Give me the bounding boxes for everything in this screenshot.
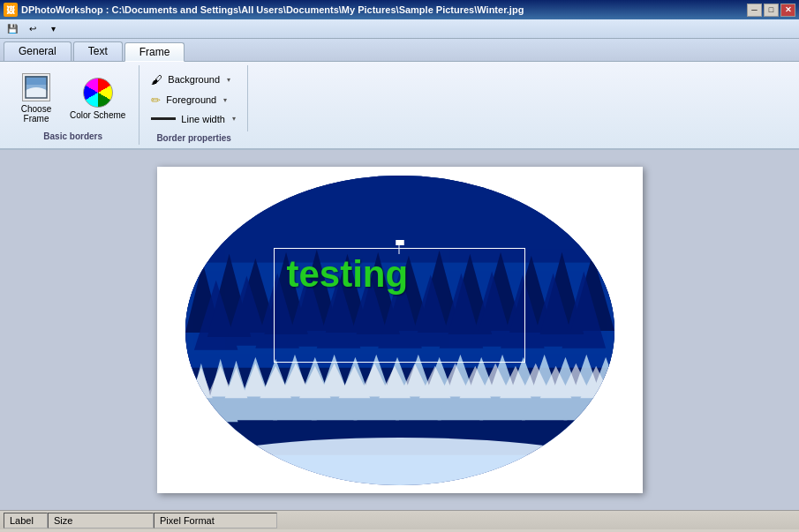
- tab-text[interactable]: Text: [73, 41, 123, 61]
- choose-frame-button[interactable]: ChooseFrame: [14, 69, 58, 128]
- close-button[interactable]: ✕: [780, 4, 795, 17]
- title-bar: 🖼 DPhotoWorkshop : C:\Documents and Sett…: [0, 0, 799, 19]
- background-dropdown-arrow: ▾: [227, 76, 230, 84]
- status-size: Size: [48, 513, 154, 528]
- dropdown-button[interactable]: ▾: [44, 21, 62, 37]
- border-properties-group: 🖌 Background ▾ ✏ Foreground ▾ Line width…: [139, 65, 248, 131]
- ribbon-group-basic-borders: ChooseFrame Color Scheme Basic borders: [7, 65, 139, 145]
- tab-bar: General Text Frame: [0, 39, 799, 62]
- line-width-icon: [151, 117, 176, 120]
- minimize-button[interactable]: ─: [747, 4, 762, 17]
- tab-general[interactable]: General: [4, 41, 72, 61]
- line-width-label: Line width: [181, 114, 225, 124]
- quick-access-toolbar: 💾 ↩ ▾: [0, 19, 799, 39]
- save-button[interactable]: 💾: [4, 21, 21, 37]
- ribbon: ChooseFrame Color Scheme Basic borders 🖌…: [0, 62, 799, 150]
- background-button[interactable]: 🖌 Background ▾: [145, 71, 242, 89]
- foreground-icon: ✏: [151, 94, 161, 107]
- oval-frame: testing: [184, 174, 616, 487]
- undo-button[interactable]: ↩: [24, 21, 41, 37]
- foreground-button[interactable]: ✏ Foreground ▾: [145, 91, 242, 109]
- status-format: Pixel Format: [154, 513, 277, 528]
- color-scheme-button[interactable]: Color Scheme: [64, 73, 132, 124]
- main-canvas-area: testing: [0, 150, 799, 510]
- title-text: DPhotoWorkshop : C:\Documents and Settin…: [21, 4, 524, 15]
- choose-frame-icon: [22, 73, 50, 101]
- text-selection-box[interactable]: [274, 248, 525, 363]
- choose-frame-label: ChooseFrame: [21, 104, 51, 124]
- basic-borders-label: Basic borders: [43, 128, 102, 141]
- color-scheme-icon: [83, 78, 113, 108]
- app-icon: 🖼: [4, 3, 18, 17]
- svg-rect-55: [185, 455, 614, 485]
- winter-background: testing: [185, 176, 614, 485]
- border-properties-label: Border properties: [139, 131, 248, 145]
- tab-frame[interactable]: Frame: [124, 42, 185, 62]
- status-label: Label: [4, 513, 48, 528]
- line-width-dropdown-arrow: ▾: [232, 115, 236, 123]
- maximize-button[interactable]: □: [764, 4, 779, 17]
- color-scheme-label: Color Scheme: [70, 110, 125, 120]
- foreground-dropdown-arrow: ▾: [223, 96, 227, 104]
- background-icon: 🖌: [151, 73, 162, 86]
- line-width-button[interactable]: Line width ▾: [145, 111, 242, 127]
- canvas-paper: testing: [157, 167, 643, 493]
- foreground-label: Foreground: [166, 94, 216, 105]
- selection-handle-top: [399, 244, 400, 254]
- status-bar: Label Size Pixel Format: [0, 510, 799, 529]
- background-label: Background: [168, 74, 220, 85]
